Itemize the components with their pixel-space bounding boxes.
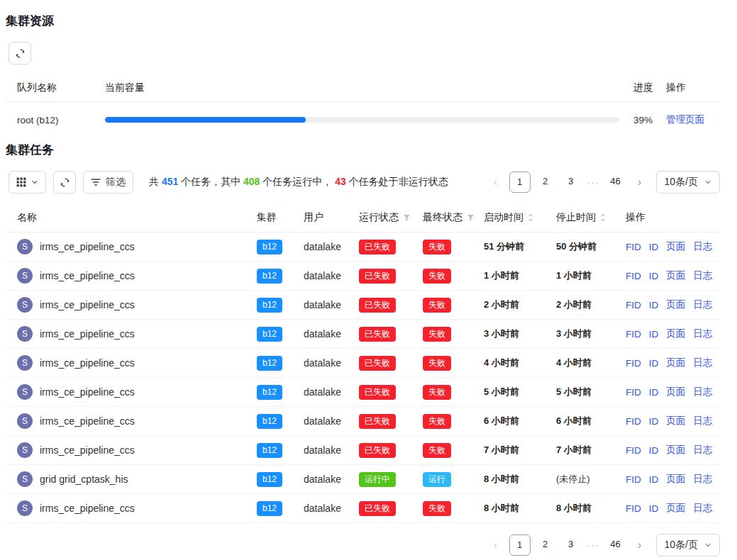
tasks-refresh-button[interactable] (53, 171, 76, 194)
action-link[interactable]: 日志 (693, 386, 712, 398)
next-page-button[interactable]: › (631, 172, 649, 193)
action-link[interactable]: 页面 (666, 327, 685, 340)
stop-time: 2 小时前 (556, 298, 626, 311)
task-name-cell: S irms_ce_pipeline_ccs (17, 413, 257, 429)
task-name-cell: S irms_ce_pipeline_ccs (17, 297, 257, 313)
action-link[interactable]: 日志 (693, 269, 712, 282)
action-link[interactable]: 日志 (693, 240, 712, 253)
cluster-tag: b12 (257, 414, 282, 429)
action-link[interactable]: FID (626, 271, 641, 281)
column-settings-button[interactable] (9, 171, 46, 194)
task-name-cell: S irms_ce_pipeline_ccs (17, 268, 257, 284)
summary-text: 个任务，其中 (178, 176, 243, 187)
final-status-badge: 失败 (423, 327, 451, 342)
sorter-icon[interactable] (528, 213, 533, 223)
task-user: datalake (304, 299, 359, 310)
summary-text: 个任务处于非运行状态 (346, 176, 448, 187)
filter-funnel-icon[interactable] (467, 214, 475, 222)
action-link[interactable]: 页面 (666, 502, 685, 515)
page-button-3[interactable]: 3 (560, 172, 582, 193)
action-link[interactable]: 页面 (666, 386, 685, 398)
cluster-tag: b12 (257, 327, 282, 342)
page-button-3[interactable]: 3 (560, 534, 582, 556)
action-link[interactable]: ID (649, 416, 659, 427)
prev-page-button[interactable]: ‹ (487, 172, 505, 193)
task-name: irms_ce_pipeline_ccs (40, 444, 135, 456)
action-link[interactable]: ID (649, 300, 659, 310)
stop-time: 7 小时前 (556, 444, 626, 457)
page-button-last[interactable]: 46 (605, 534, 626, 556)
final-status-badge: 失败 (423, 501, 451, 516)
page-size-select[interactable]: 10条/页 (656, 534, 720, 556)
action-link[interactable]: 日志 (693, 357, 712, 369)
page-button-2[interactable]: 2 (535, 534, 556, 556)
run-status-badge: 已失败 (359, 356, 396, 371)
table-row: S irms_ce_pipeline_ccs b12 datalake 已失败 … (6, 436, 720, 465)
col-header-progress: 进度 (619, 82, 659, 94)
action-link[interactable]: ID (649, 358, 659, 369)
task-name: irms_ce_pipeline_ccs (40, 386, 135, 398)
page-button-2[interactable]: 2 (535, 172, 556, 193)
action-link[interactable]: 页面 (666, 240, 685, 253)
action-link[interactable]: 页面 (666, 473, 685, 486)
task-avatar: S (17, 500, 33, 516)
task-name: irms_ce_pipeline_ccs (40, 328, 135, 340)
col-header-name: 名称 (17, 211, 257, 224)
action-link[interactable]: 日志 (693, 298, 712, 311)
action-link[interactable]: FID (626, 445, 641, 456)
action-link[interactable]: ID (649, 387, 659, 398)
filter-funnel-icon[interactable] (403, 214, 411, 222)
sorter-icon[interactable] (600, 213, 606, 223)
next-page-button[interactable]: › (631, 534, 649, 556)
resources-refresh-button[interactable] (9, 42, 31, 65)
action-link[interactable]: 日志 (693, 415, 712, 427)
action-link[interactable]: FID (626, 242, 641, 252)
run-status-badge: 已失败 (359, 327, 396, 342)
col-header-label: 集群 (257, 211, 277, 224)
page-jump-ellipsis[interactable]: ··· (586, 177, 601, 188)
action-link[interactable]: 页面 (666, 415, 685, 427)
prev-page-button[interactable]: ‹ (487, 534, 505, 556)
action-link[interactable]: FID (626, 416, 641, 427)
action-link[interactable]: 页面 (666, 269, 685, 282)
action-link[interactable]: ID (649, 503, 659, 514)
action-link[interactable]: FID (626, 329, 641, 340)
action-link[interactable]: 页面 (666, 357, 685, 369)
page-button-last[interactable]: 46 (605, 172, 626, 193)
filter-button[interactable]: 筛选 (83, 171, 133, 194)
final-status-badge: 失败 (423, 240, 451, 254)
action-link[interactable]: 页面 (666, 444, 685, 457)
action-link[interactable]: 日志 (693, 473, 712, 486)
capacity-progress-bar (105, 117, 619, 123)
action-link[interactable]: ID (649, 329, 659, 340)
action-link[interactable]: 日志 (693, 502, 712, 515)
page-jump-ellipsis[interactable]: ··· (586, 539, 601, 551)
task-avatar: S (17, 413, 33, 429)
page-button-1[interactable]: 1 (509, 534, 531, 556)
action-link[interactable]: 日志 (693, 327, 712, 340)
action-link[interactable]: FID (626, 387, 641, 398)
table-row: S irms_ce_pipeline_ccs b12 datalake 已失败 … (6, 262, 720, 291)
action-link[interactable]: FID (626, 300, 641, 310)
row-actions: FIDID页面日志 (626, 327, 720, 340)
page-button-1[interactable]: 1 (509, 172, 531, 193)
action-link[interactable]: 日志 (693, 444, 712, 457)
action-link[interactable]: ID (649, 271, 659, 281)
action-link[interactable]: FID (626, 358, 641, 369)
tasks-toolbar: 筛选 共 451 个任务，其中 408 个任务运行中， 43 个任务处于非运行状… (9, 171, 720, 194)
run-status-badge: 已失败 (359, 443, 396, 458)
page: 集群资源 队列名称 当前容量 进度 操作 root (b12) 39% 管理页面 (0, 0, 737, 560)
action-link[interactable]: ID (649, 445, 659, 456)
page-size-select[interactable]: 10条/页 (656, 171, 720, 194)
chevron-down-icon (31, 179, 38, 186)
manage-page-link[interactable]: 管理页面 (666, 114, 704, 125)
row-actions: FIDID页面日志 (626, 240, 720, 253)
action-link[interactable]: FID (626, 503, 641, 514)
action-link[interactable]: ID (649, 242, 659, 252)
action-link[interactable]: FID (626, 474, 641, 485)
task-name: irms_ce_pipeline_ccs (40, 270, 135, 281)
action-link[interactable]: ID (649, 474, 659, 485)
col-header-label: 最终状态 (423, 211, 462, 224)
col-header-action: 操作 (626, 211, 720, 224)
action-link[interactable]: 页面 (666, 298, 685, 311)
